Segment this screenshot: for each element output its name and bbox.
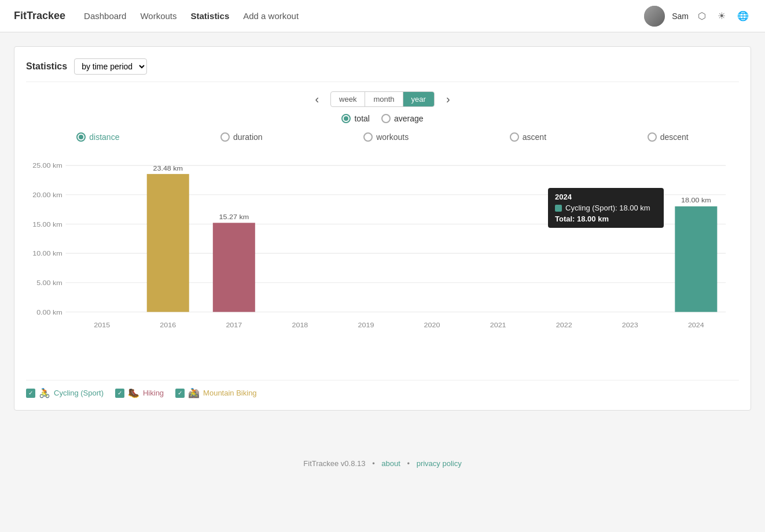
svg-text:2019: 2019 — [358, 321, 374, 328]
theme-toggle-button[interactable]: ☀ — [715, 8, 728, 24]
stats-header: Statistics by time period by sport — [26, 58, 739, 82]
svg-text:5.00 km: 5.00 km — [36, 279, 62, 286]
stats-title: Statistics — [26, 61, 67, 72]
language-button[interactable]: 🌐 — [735, 8, 751, 24]
svg-text:10.00 km: 10.00 km — [32, 250, 62, 257]
svg-text:2016: 2016 — [160, 321, 176, 328]
nav-links: Dashboard Workouts Statistics Add a work… — [84, 11, 644, 21]
duration-label: duration — [233, 132, 263, 142]
legend-mountain-biking-checkbox[interactable] — [175, 389, 185, 398]
svg-text:18.00 km: 18.00 km — [681, 197, 711, 204]
legend-hiking-checkbox[interactable] — [115, 389, 124, 398]
metric-duration[interactable]: duration — [220, 132, 263, 142]
svg-rect-26 — [675, 206, 717, 312]
username: Sam — [672, 12, 689, 21]
legend-hiking-label: Hiking — [143, 389, 164, 397]
svg-text:15.00 km: 15.00 km — [32, 220, 62, 228]
footer-about-link[interactable]: about — [381, 459, 400, 468]
total-label: total — [354, 114, 369, 123]
nav-dashboard[interactable]: Dashboard — [84, 11, 126, 21]
distance-radio — [76, 132, 86, 142]
brand-logo: FitTrackee — [14, 10, 65, 22]
chart-legend: 🚴 Cycling (Sport) 🥾 Hiking 🚵 Mountain Bi… — [26, 380, 739, 398]
time-nav: ‹ week month year › — [26, 91, 739, 107]
cycling-icon: 🚴 — [39, 387, 50, 398]
svg-text:2023: 2023 — [622, 321, 638, 328]
ascent-label: ascent — [523, 132, 546, 142]
svg-text:15.27 km: 15.27 km — [219, 213, 249, 220]
legend-cycling-checkbox[interactable] — [26, 389, 35, 398]
metric-ascent[interactable]: ascent — [510, 132, 546, 142]
hiking-icon: 🥾 — [128, 387, 139, 398]
chart-svg: 25.00 km 20.00 km 15.00 km 10.00 km 5.00… — [26, 153, 739, 373]
footer: FitTrackee v0.8.13 • about • privacy pol… — [0, 448, 765, 479]
y-axis: 25.00 km 20.00 km 15.00 km 10.00 km 5.00… — [32, 162, 726, 316]
svg-text:23.48 km: 23.48 km — [153, 164, 183, 172]
metric-descent[interactable]: descent — [648, 132, 689, 142]
footer-sep-2: • — [407, 459, 410, 468]
mountain-biking-icon: 🚵 — [188, 387, 200, 398]
total-radio-icon — [341, 114, 351, 123]
average-label: average — [394, 114, 424, 123]
prev-period-button[interactable]: ‹ — [308, 93, 326, 106]
svg-text:2020: 2020 — [424, 321, 440, 328]
workouts-label: workouts — [376, 132, 409, 142]
distance-label: distance — [89, 132, 119, 142]
metric-row: distance duration workouts ascent descen… — [26, 132, 739, 142]
aggregation-row: total average — [26, 114, 739, 123]
logout-button[interactable]: ⬡ — [696, 8, 708, 24]
main-content: Statistics by time period by sport ‹ wee… — [0, 32, 765, 424]
descent-label: descent — [660, 132, 689, 142]
bar-2017[interactable]: 15.27 km — [213, 213, 255, 312]
svg-text:2021: 2021 — [490, 321, 506, 328]
footer-privacy-link[interactable]: privacy policy — [417, 459, 462, 468]
svg-rect-24 — [213, 223, 255, 312]
bar-2016[interactable]: 23.48 km — [147, 164, 189, 312]
nav-add-workout[interactable]: Add a workout — [243, 11, 299, 21]
month-period-button[interactable]: month — [365, 92, 403, 106]
legend-mountain-biking-label: Mountain Biking — [203, 389, 257, 397]
average-radio-icon — [381, 114, 391, 123]
svg-text:25.00 km: 25.00 km — [32, 162, 62, 169]
time-period-buttons: week month year — [330, 91, 435, 107]
average-radio-label[interactable]: average — [381, 114, 424, 123]
stats-card: Statistics by time period by sport ‹ wee… — [14, 46, 751, 411]
avatar — [644, 6, 665, 27]
total-radio-label[interactable]: total — [341, 114, 369, 123]
footer-sep-1: • — [372, 459, 375, 468]
navbar-right: Sam ⬡ ☀ 🌐 — [644, 6, 751, 27]
next-period-button[interactable]: › — [439, 93, 457, 106]
year-period-button[interactable]: year — [403, 92, 434, 106]
svg-text:2022: 2022 — [556, 321, 572, 328]
svg-text:2015: 2015 — [94, 321, 110, 328]
legend-cycling[interactable]: 🚴 Cycling (Sport) — [26, 387, 104, 398]
ascent-radio — [510, 132, 519, 142]
svg-text:20.00 km: 20.00 km — [32, 191, 62, 198]
navbar: FitTrackee Dashboard Workouts Statistics… — [0, 0, 765, 32]
workouts-radio — [363, 132, 373, 142]
week-period-button[interactable]: week — [331, 92, 365, 106]
svg-text:0.00 km: 0.00 km — [36, 308, 62, 316]
legend-mountain-biking[interactable]: 🚵 Mountain Biking — [175, 387, 257, 398]
svg-rect-22 — [147, 174, 189, 312]
nav-workouts[interactable]: Workouts — [140, 11, 176, 21]
duration-radio — [220, 132, 230, 142]
svg-text:2018: 2018 — [292, 321, 308, 328]
svg-text:2024: 2024 — [688, 321, 704, 328]
legend-cycling-label: Cycling (Sport) — [54, 389, 104, 397]
period-select[interactable]: by time period by sport — [74, 58, 147, 75]
legend-hiking[interactable]: 🥾 Hiking — [115, 387, 164, 398]
chart-container: 25.00 km 20.00 km 15.00 km 10.00 km 5.00… — [26, 153, 739, 373]
svg-text:2017: 2017 — [226, 321, 242, 328]
footer-version: v0.8.13 — [341, 459, 366, 468]
descent-radio — [648, 132, 657, 142]
bar-2024[interactable]: 18.00 km — [675, 197, 717, 312]
metric-distance[interactable]: distance — [76, 132, 119, 142]
metric-workouts[interactable]: workouts — [363, 132, 409, 142]
x-axis: 2015 2016 2017 2018 2019 2020 2021 2022 … — [94, 321, 704, 328]
nav-statistics[interactable]: Statistics — [191, 11, 230, 21]
footer-brand: FitTrackee — [303, 459, 339, 468]
